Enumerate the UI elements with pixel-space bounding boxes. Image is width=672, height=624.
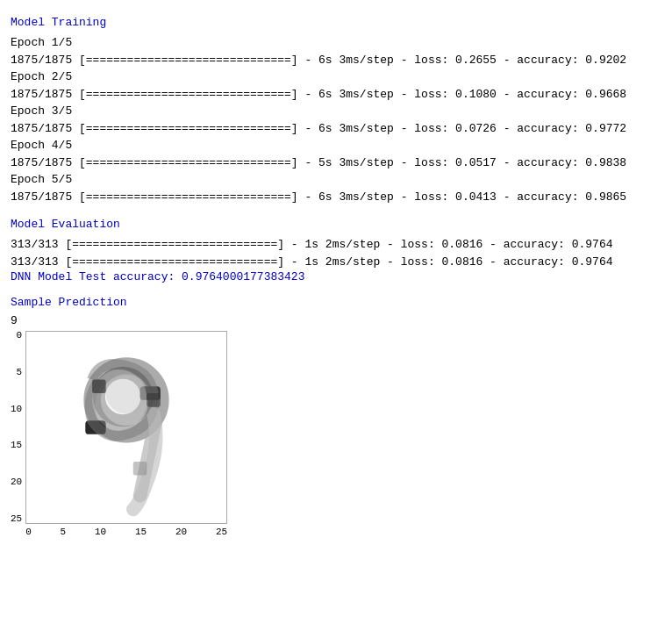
eval-line: 313/313 [==============================]… bbox=[11, 236, 661, 254]
evaluation-block: Model Evaluation 313/313 [==============… bbox=[11, 218, 661, 283]
svg-rect-8 bbox=[92, 380, 106, 394]
epoch-item: Epoch 1/51875/1875 [====================… bbox=[11, 34, 661, 68]
epoch-item: Epoch 3/51875/1875 [====================… bbox=[11, 103, 661, 137]
epoch-label: Epoch 3/5 bbox=[11, 103, 661, 120]
prediction-section: Sample Prediction 9 0510152025 bbox=[11, 296, 661, 537]
accuracy-line: DNN Model Test accuracy: 0.9764000177383… bbox=[11, 270, 661, 283]
eval-line: 313/313 [==============================]… bbox=[11, 254, 661, 271]
epoch-item: Epoch 5/51875/1875 [====================… bbox=[11, 171, 661, 205]
digit-svg bbox=[26, 332, 226, 523]
y-label: 20 bbox=[11, 477, 22, 487]
y-label: 5 bbox=[17, 368, 23, 377]
page-title: Model Training bbox=[11, 16, 661, 29]
chart-container: 0510152025 bbox=[11, 331, 661, 537]
epoch-label: Epoch 1/5 bbox=[11, 34, 661, 52]
predicted-digit: 9 bbox=[11, 314, 661, 327]
x-label: 0 bbox=[25, 527, 32, 537]
y-label: 15 bbox=[11, 441, 22, 450]
x-label: 10 bbox=[95, 527, 106, 537]
epoch-item: Epoch 2/51875/1875 [====================… bbox=[11, 68, 661, 103]
svg-point-7 bbox=[106, 373, 147, 414]
y-label: 10 bbox=[11, 405, 22, 414]
epoch-label: Epoch 5/5 bbox=[11, 171, 661, 189]
epoch-label: Epoch 2/5 bbox=[11, 68, 661, 86]
y-axis: 0510152025 bbox=[11, 331, 25, 524]
plot-area-wrapper: 0510152025 bbox=[25, 331, 227, 537]
x-axis: 0510152025 bbox=[25, 524, 227, 537]
progress-line: 1875/1875 [=============================… bbox=[11, 120, 661, 138]
x-label: 5 bbox=[61, 527, 67, 537]
y-label: 0 bbox=[17, 331, 23, 341]
svg-rect-10 bbox=[133, 462, 147, 476]
prediction-title: Sample Prediction bbox=[11, 296, 661, 309]
svg-rect-9 bbox=[147, 393, 161, 407]
progress-line: 1875/1875 [=============================… bbox=[11, 154, 661, 172]
progress-line: 1875/1875 [=============================… bbox=[11, 189, 661, 206]
progress-line: 1875/1875 [=============================… bbox=[11, 86, 661, 104]
epoch-label: Epoch 4/5 bbox=[11, 137, 661, 154]
x-label: 20 bbox=[175, 527, 187, 537]
x-label: 15 bbox=[135, 527, 147, 537]
training-block: Epoch 1/51875/1875 [====================… bbox=[11, 34, 661, 205]
epoch-item: Epoch 4/51875/1875 [====================… bbox=[11, 137, 661, 171]
plot-box bbox=[25, 331, 227, 524]
x-label: 25 bbox=[216, 527, 227, 537]
evaluation-title: Model Evaluation bbox=[11, 218, 661, 231]
y-label: 25 bbox=[11, 514, 22, 524]
progress-line: 1875/1875 [=============================… bbox=[11, 52, 661, 69]
